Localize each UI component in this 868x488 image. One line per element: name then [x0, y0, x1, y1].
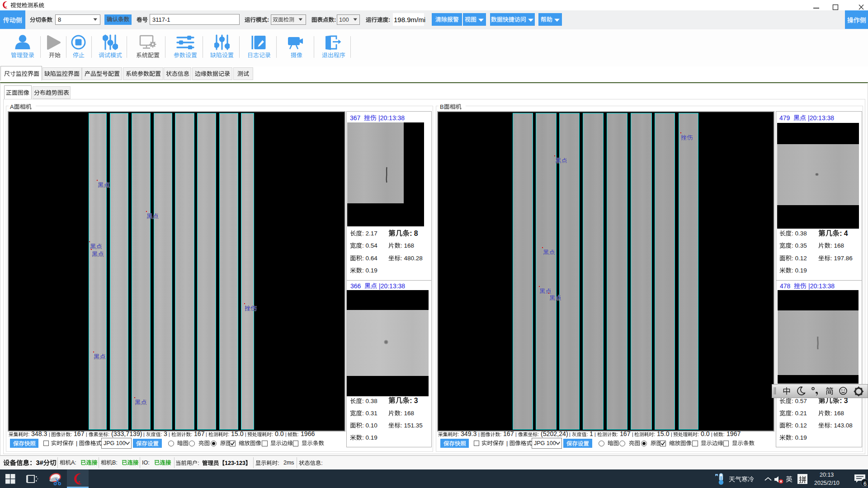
svg-text:348.3: 348.3 [29, 430, 47, 437]
svg-text:: 4: : 4 [840, 229, 848, 237]
svg-text:|: | [76, 440, 79, 446]
svg-text:|20:13:38: |20:13:38 [377, 282, 405, 289]
svg-text:(333,7139): (333,7139) [109, 430, 142, 437]
svg-text::: : [278, 460, 279, 466]
svg-text:8: 8 [58, 16, 61, 23]
svg-text:: 197.86: : 197.86 [830, 255, 853, 262]
svg-text:: 168: : 168 [401, 410, 414, 417]
svg-text:366: 366 [350, 282, 364, 289]
svg-text:A:: A: [71, 460, 76, 466]
svg-text:: 0.64: : 0.64 [362, 255, 377, 262]
svg-text:123-123: 123-123 [225, 460, 245, 466]
svg-text:: 0.21: : 0.21 [792, 410, 807, 417]
svg-text:: 0.10: : 0.10 [362, 422, 377, 429]
svg-text::: : [388, 17, 390, 23]
svg-text:: 143.08: : 143.08 [830, 422, 853, 429]
svg-text:: 480.28: : 480.28 [401, 255, 423, 262]
svg-text:: 0.35: : 0.35 [792, 243, 807, 249]
svg-text:167: 167 [618, 430, 631, 437]
svg-text:3117-1: 3117-1 [152, 16, 170, 23]
svg-text:: 168: : 168 [830, 243, 844, 249]
svg-text:1966: 1966 [299, 430, 315, 437]
svg-text:478: 478 [780, 282, 794, 289]
svg-text:B:: B: [112, 460, 118, 466]
svg-text::: : [267, 17, 269, 23]
svg-text::: : [321, 460, 322, 466]
svg-text:2025/2/10: 2025/2/10 [814, 480, 840, 486]
svg-text::: : [198, 460, 199, 466]
svg-text:100: 100 [339, 16, 349, 23]
svg-text:3#: 3# [36, 459, 43, 466]
svg-text:(5202,24): (5202,24) [539, 430, 568, 437]
svg-text:|20:13:38: |20:13:38 [377, 114, 405, 121]
svg-text:: 0.19: : 0.19 [362, 434, 377, 441]
svg-text:6: 6 [863, 480, 867, 487]
svg-text:167: 167 [72, 430, 85, 437]
svg-text:: 2.17: : 2.17 [362, 230, 377, 237]
svg-text:JPG 100: JPG 100 [104, 440, 126, 446]
svg-text:B: B [440, 103, 444, 110]
svg-text:|20:13:38: |20:13:38 [807, 282, 835, 289]
svg-text:: 0.57: : 0.57 [792, 398, 807, 404]
svg-text:: 0.12: : 0.12 [792, 255, 807, 262]
svg-text:: 3: : 3 [410, 397, 418, 404]
svg-text:JPG 100: JPG 100 [534, 440, 556, 446]
svg-text:: 0.19: : 0.19 [362, 267, 377, 274]
svg-text::: : [334, 17, 336, 23]
svg-text:2ms: 2ms [283, 460, 294, 466]
svg-text:15.0: 15.0 [655, 430, 670, 437]
svg-text:: 0.31: : 0.31 [362, 410, 377, 417]
svg-text:15.0: 15.0 [229, 430, 244, 437]
svg-text:: 0.19: : 0.19 [792, 267, 807, 274]
svg-text:: 0.38: : 0.38 [362, 398, 377, 404]
svg-text:A: A [10, 103, 14, 110]
svg-text:: 8: : 8 [410, 229, 418, 237]
svg-text:: 168: : 168 [401, 243, 414, 249]
svg-text:167: 167 [501, 430, 514, 437]
svg-text:|: | [506, 440, 509, 446]
svg-text:: 0.12: : 0.12 [792, 422, 807, 429]
svg-text:198.9m/mi: 198.9m/mi [394, 15, 425, 23]
svg-text:1967: 1967 [725, 430, 741, 437]
svg-text:479: 479 [779, 114, 793, 121]
svg-text:: 168: : 168 [830, 410, 844, 417]
svg-text:167: 167 [192, 430, 205, 437]
svg-text:: 0.19: : 0.19 [792, 434, 807, 441]
svg-text:20:13: 20:13 [820, 472, 834, 478]
svg-text:367: 367 [350, 114, 364, 121]
svg-text:349.3: 349.3 [459, 430, 477, 437]
svg-text:|20:13:38: |20:13:38 [807, 114, 835, 121]
svg-text:: 0.54: : 0.54 [362, 243, 377, 249]
svg-text:: 0.38: : 0.38 [792, 230, 807, 237]
svg-text:: 151.35: : 151.35 [401, 422, 423, 429]
svg-text:IO:: IO: [142, 460, 150, 466]
